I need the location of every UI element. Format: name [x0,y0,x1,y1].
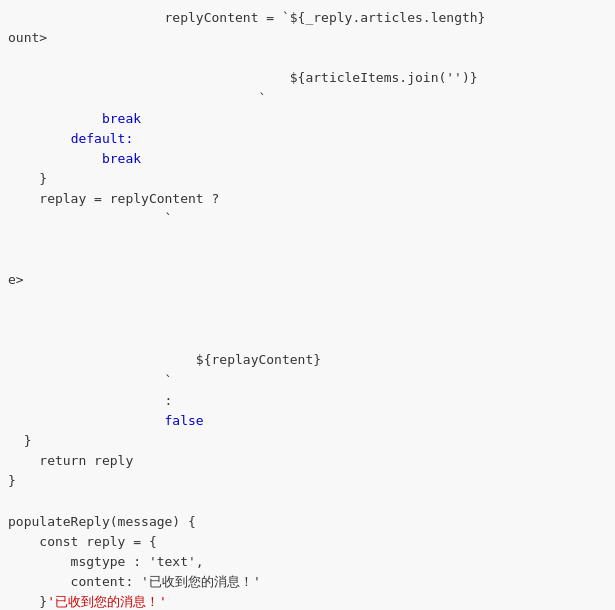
code-viewer: replyContent = `${_reply.articles.length… [0,0,615,610]
code-line: : [0,391,615,411]
code-line: ount> [0,28,615,48]
code-line [0,330,615,350]
code-line [0,250,615,270]
code-line [0,310,615,330]
code-line [0,290,615,310]
code-line: } [0,169,615,189]
code-line: ${replayContent} [0,350,615,370]
code-line: }'已收到您的消息！' [0,592,615,610]
code-line: } [0,431,615,451]
code-line: default: [0,129,615,149]
code-line [0,48,615,68]
code-line: msgtype : 'text', [0,552,615,572]
code-line: ${articleItems.join('')} [0,68,615,88]
code-line: replay = replyContent ? [0,189,615,209]
code-line: } [0,471,615,491]
code-line [0,230,615,250]
code-line: false [0,411,615,431]
code-block: replyContent = `${_reply.articles.length… [0,8,615,610]
code-line [0,491,615,511]
code-line: content: '已收到您的消息！' [0,572,615,592]
code-line: const reply = { [0,532,615,552]
code-line: replyContent = `${_reply.articles.length… [0,8,615,28]
code-line: e> [0,270,615,290]
code-line: ` [0,209,615,229]
code-line: break [0,149,615,169]
code-line: return reply [0,451,615,471]
code-line: populateReply(message) { [0,512,615,532]
code-line: ` [0,89,615,109]
code-line: break [0,109,615,129]
code-line: ` [0,371,615,391]
